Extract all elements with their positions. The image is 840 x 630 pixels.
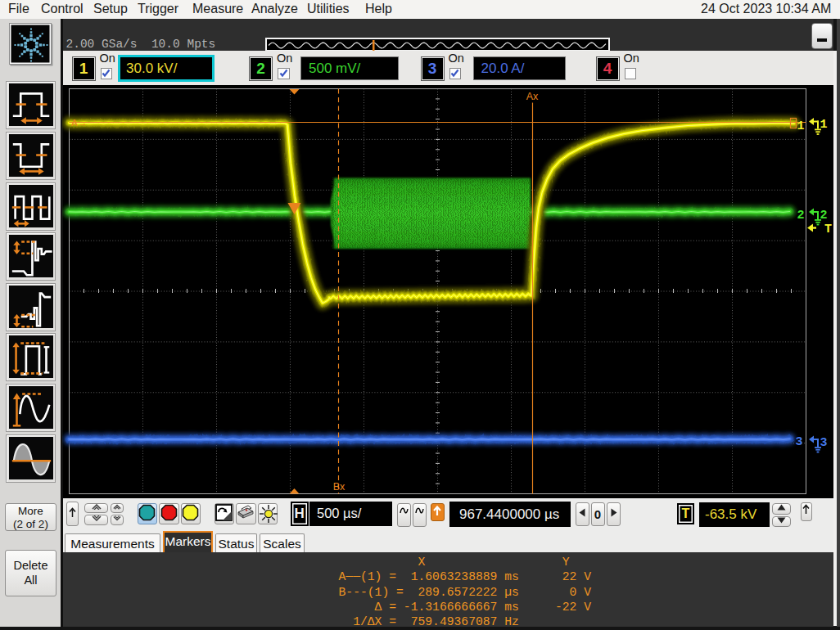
svg-text:1: 1 <box>820 118 828 132</box>
svg-text:A: A <box>71 118 78 128</box>
svg-text:T: T <box>824 223 832 236</box>
svg-text:Bx: Bx <box>333 481 345 493</box>
svg-text:3: 3 <box>820 436 828 450</box>
svg-text:Ax: Ax <box>526 91 539 102</box>
svg-text:→: → <box>78 118 88 128</box>
svg-text:3: 3 <box>796 435 803 449</box>
svg-text:1: 1 <box>797 119 805 133</box>
svg-text:2: 2 <box>820 209 828 223</box>
svg-text:2: 2 <box>797 209 805 223</box>
